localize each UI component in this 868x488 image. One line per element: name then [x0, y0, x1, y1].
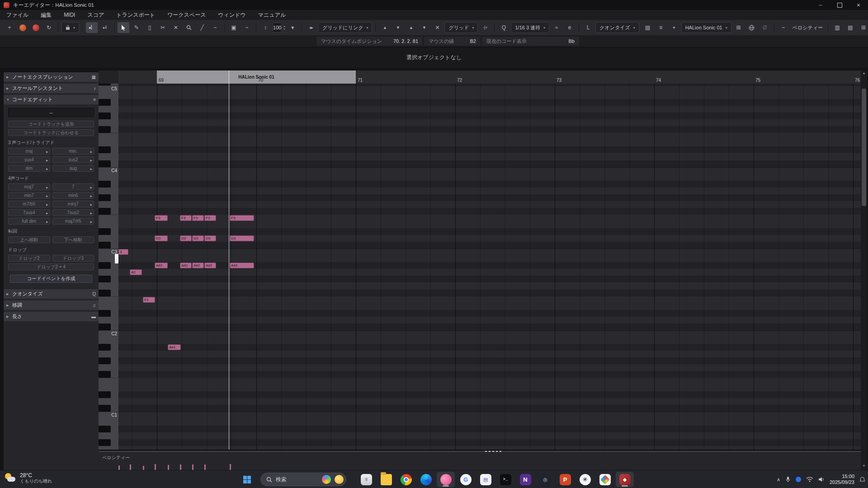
taskbar-app-mail[interactable]: ▤	[476, 472, 495, 487]
insert-velocity-icon[interactable]: ↕	[259, 22, 271, 33]
search-highlight-icon[interactable]	[322, 475, 331, 484]
triad-chord-button[interactable]: sus4▶	[8, 156, 50, 163]
chord-variant-arrow-icon[interactable]: ▶	[90, 220, 92, 223]
triad-chord-button[interactable]: dim▶	[8, 165, 50, 172]
black-key[interactable]	[99, 208, 111, 215]
midi-note[interactable]: D3	[204, 235, 216, 241]
triad-chord-button[interactable]: aug▶	[52, 165, 94, 172]
quantize-panel-icon[interactable]: e	[564, 22, 576, 33]
drop-2-4-button[interactable]: ドロップ2 + 4	[8, 263, 94, 270]
menu-item[interactable]: MIDI	[64, 12, 75, 18]
part-region[interactable]: HALion Sonic 01	[157, 70, 356, 84]
velocity-stepper[interactable]: ▲▼	[283, 25, 285, 30]
note-grid[interactable]: F3F3F3F3F3D3D3D3D3D33A#2A#2A#2A#2A#2A2F2…	[118, 84, 861, 450]
start-button[interactable]	[241, 473, 253, 486]
show-part-borders-icon[interactable]: ⊞	[733, 22, 745, 33]
lower-zone-icon[interactable]: ▤	[844, 22, 856, 33]
info-cell[interactable]: マウスの値B2	[424, 37, 481, 46]
feedback-curve-icon[interactable]: ~	[241, 22, 253, 33]
midi-note[interactable]: F3	[230, 215, 254, 221]
tetrad-chord-button[interactable]: maj7▶	[8, 183, 50, 190]
chord-variant-arrow-icon[interactable]: ▶	[46, 167, 48, 170]
taskbar-app-photos[interactable]	[596, 472, 614, 487]
inversion-button[interactable]: 下へ移動	[52, 236, 94, 243]
chord-variant-arrow-icon[interactable]: ▶	[46, 150, 48, 153]
velocity-bar[interactable]	[168, 465, 169, 470]
stepper-up-icon[interactable]: ▲	[283, 25, 285, 28]
velocity-bar[interactable]	[118, 465, 120, 470]
snap-toggle-button[interactable]: ✕	[431, 22, 443, 33]
mute-tool-button[interactable]: ✕	[170, 22, 182, 33]
drop-button[interactable]: ドロップ2	[8, 255, 50, 262]
left-zone-icon[interactable]: ▥	[831, 22, 843, 33]
velocity-bar[interactable]	[130, 465, 131, 470]
autoscroll-button[interactable]: ▸▏	[86, 22, 98, 33]
midi-note[interactable]: F3	[204, 215, 216, 221]
taskbar-app-chatgpt[interactable]: ✳	[576, 472, 594, 487]
black-key[interactable]	[99, 160, 111, 167]
zoom-tool-button[interactable]	[183, 22, 195, 33]
search-weather-icon[interactable]	[335, 475, 344, 484]
line-tool-button[interactable]: ╱	[196, 22, 208, 33]
note-display-icon[interactable]: ▣	[228, 22, 240, 33]
chord-variant-arrow-icon[interactable]: ▶	[90, 150, 92, 153]
autoscroll-suspend-button[interactable]: ▸‖	[99, 22, 111, 33]
tetrad-chord-button[interactable]: m7/b5▶	[8, 201, 50, 207]
tetrad-chord-button[interactable]: 7sus2▶	[52, 209, 94, 216]
midi-note[interactable]: D3	[230, 235, 254, 241]
velocity-bar[interactable]	[204, 465, 206, 470]
chord-variant-arrow-icon[interactable]: ▶	[90, 186, 92, 189]
wifi-icon[interactable]	[806, 477, 813, 482]
menu-item[interactable]: ウィンドウ	[218, 11, 245, 19]
length-quantize-dropdown[interactable]: クオンタイズ▾	[595, 22, 639, 33]
midi-note[interactable]: F3	[180, 215, 192, 221]
tetrad-chord-button[interactable]: maj7/#5▶	[52, 218, 94, 225]
midi-note[interactable]: F3	[155, 215, 168, 221]
weather-widget[interactable]: 28°C くもりのち晴れ	[5, 472, 52, 484]
taskbar-app-terminal[interactable]: >_	[496, 472, 514, 487]
taskbar-app-powerpoint[interactable]: P	[556, 472, 574, 487]
tetrad-chord-button[interactable]: full dim▶	[8, 218, 50, 225]
maximize-button[interactable]	[830, 0, 849, 10]
velocity-menu-caret[interactable]: ▾	[287, 22, 298, 33]
erase-tool-button[interactable]: ▯	[144, 22, 156, 33]
drop-button[interactable]: ドロップ3	[52, 255, 94, 262]
menu-item[interactable]: トランスポート	[116, 11, 155, 19]
midi-note[interactable]: A2	[130, 269, 142, 275]
length-quantize-icon[interactable]: L	[582, 22, 594, 33]
black-key[interactable]	[99, 344, 111, 351]
velocity-bar[interactable]	[143, 466, 144, 470]
playhead-ruler[interactable]	[229, 70, 229, 84]
speaker-icon[interactable]	[818, 477, 825, 482]
midi-note[interactable]: D3	[192, 235, 204, 241]
move-down-button[interactable]: ▼	[392, 22, 404, 33]
chord-track-button-0[interactable]: コードトラックを追加	[8, 121, 94, 127]
inspector-section-bottom-2[interactable]: ▶長さ▬	[4, 312, 99, 321]
inspector-section-bottom-0[interactable]: ▶クオンタイズQ	[4, 289, 99, 299]
inversion-button[interactable]: 上へ移動	[8, 236, 50, 243]
midi-note[interactable]: 3	[118, 249, 128, 255]
taskbar-app-folder[interactable]	[377, 472, 395, 487]
black-key[interactable]	[99, 426, 111, 432]
draw-tool-button[interactable]: ✎	[131, 22, 142, 33]
velocity-bar[interactable]	[180, 465, 181, 470]
taskbar-clock[interactable]: 15:00 2025/09/23	[830, 474, 854, 485]
black-key[interactable]	[99, 242, 111, 249]
menu-item[interactable]: ワークスペース	[167, 11, 206, 19]
tray-chevron-icon[interactable]: ∧	[777, 477, 780, 483]
tray-blue-dot-icon[interactable]	[796, 477, 801, 482]
taskbar-app-dark[interactable]: ◎	[536, 472, 554, 487]
scroll-up-icon[interactable]: ▲	[861, 71, 867, 75]
transpose-down-button[interactable]: ▼	[418, 22, 430, 33]
tetrad-chord-button[interactable]: min7▶	[8, 192, 50, 199]
taskbar-app-onenote[interactable]: N	[516, 472, 534, 487]
black-key[interactable]	[99, 146, 111, 153]
velocity-lane[interactable]: ベロシティー	[99, 451, 861, 471]
split-tool-button[interactable]: ✂	[157, 22, 169, 33]
midi-note[interactable]: D3	[180, 235, 192, 241]
menu-item[interactable]: ファイル	[6, 11, 28, 19]
scrollbar-thumb[interactable]	[862, 89, 866, 206]
chord-variant-arrow-icon[interactable]: ▶	[46, 194, 48, 197]
taskbar-app-cubase[interactable]: ◆	[616, 472, 634, 487]
zoom-in-icon[interactable]: +	[861, 463, 867, 468]
